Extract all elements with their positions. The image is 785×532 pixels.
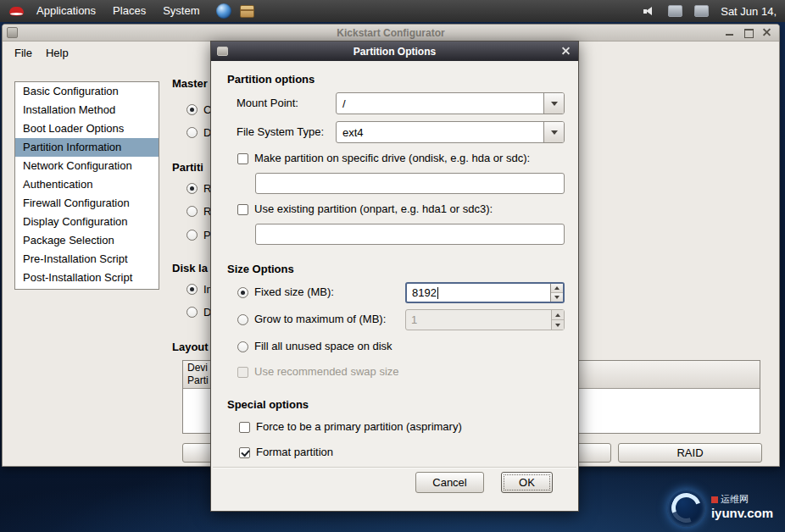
sidebar-item-basic-configuration[interactable]: Basic Configuration <box>15 82 159 101</box>
mount-point-combo[interactable]: / <box>336 92 565 114</box>
asprimary-label: Force to be a primary partition (asprima… <box>256 420 462 434</box>
mount-point-value: / <box>337 97 543 110</box>
format-partition-label: Format partition <box>256 446 333 459</box>
size-options-heading: Size Options <box>227 263 294 275</box>
sidebar-item-pre-installation-script[interactable]: Pre-Installation Script <box>15 250 159 269</box>
clock[interactable]: Sat Jun 14, <box>721 5 777 18</box>
mbr-section-heading: Master <box>172 77 208 90</box>
layout-section-heading: Layout <box>172 341 209 353</box>
distro-logo-icon[interactable] <box>8 5 25 18</box>
section-list: Basic Configuration Installation Method … <box>14 81 159 290</box>
ondisk-input[interactable] <box>255 173 565 194</box>
mbr-radio-2[interactable] <box>187 127 198 138</box>
spin-up-icon <box>552 310 564 320</box>
spin-up-icon[interactable] <box>551 284 563 293</box>
cancel-button[interactable]: Cancel <box>415 472 484 493</box>
fs-type-value: ext4 <box>337 126 543 139</box>
dialog-title: Partition Options <box>354 46 436 58</box>
display-applet-icon[interactable] <box>668 5 682 17</box>
disklabel-section-heading: Disk la <box>172 262 208 274</box>
fs-type-label: File System Type: <box>237 125 324 139</box>
grow-to-label: Grow to maximum of (MB): <box>254 313 386 326</box>
applications-menu[interactable]: Applications <box>28 0 104 22</box>
onpart-checkbox[interactable] <box>237 204 248 215</box>
partition-options-dialog: Partition Options Partition options Moun… <box>210 41 579 512</box>
partition-options-heading: Partition options <box>227 73 315 86</box>
help-menu[interactable]: Help <box>39 44 75 62</box>
dialog-close-icon[interactable] <box>560 46 571 57</box>
ondisk-label: Make partition on specific drive (ondisk… <box>254 152 530 165</box>
special-options-heading: Special options <box>227 398 309 411</box>
dialog-separator <box>213 467 576 468</box>
grow-to-value: 1 <box>411 313 417 326</box>
iyunv-logo-text: 运维网 iyunv.com <box>711 494 773 522</box>
partitions-radio-3[interactable] <box>187 230 198 241</box>
swap-size-label: Use recommended swap size <box>254 365 399 379</box>
grow-to-spinbox: 1 <box>405 309 565 330</box>
system-menu[interactable]: System <box>154 0 208 22</box>
fixed-size-label: Fixed size (MB): <box>254 285 334 299</box>
partitions-section-heading: Partiti <box>172 161 203 174</box>
window-title: Kickstart Configurator <box>337 27 444 39</box>
onpart-input[interactable] <box>255 224 565 245</box>
sidebar-item-post-installation-script[interactable]: Post-Installation Script <box>15 269 159 287</box>
close-icon[interactable] <box>761 27 772 38</box>
sidebar-item-package-selection[interactable]: Package Selection <box>15 231 159 250</box>
fixed-size-value: 8192 <box>412 286 437 299</box>
spin-down-icon <box>552 320 564 330</box>
format-partition-checkbox[interactable] <box>239 447 250 458</box>
notes-applet-icon[interactable] <box>694 5 709 17</box>
chevron-down-icon[interactable] <box>543 122 564 142</box>
fill-unused-radio[interactable] <box>237 341 248 352</box>
dialog-icon <box>217 47 228 56</box>
maximize-icon[interactable] <box>743 27 754 38</box>
raid-button[interactable]: RAID <box>618 443 762 463</box>
sidebar-item-installation-method[interactable]: Installation Method <box>15 101 159 119</box>
iyunv-logo-icon <box>667 489 705 527</box>
panel-tray: Sat Jun 14, <box>643 5 780 18</box>
iyunv-logo-cn: 运维网 <box>711 494 773 506</box>
top-panel: Applications Places System Sat Jun 14, <box>0 0 785 22</box>
spin-arrows <box>550 284 563 302</box>
fs-type-combo[interactable]: ext4 <box>336 121 565 143</box>
minimize-icon[interactable] <box>724 27 735 38</box>
sidebar-item-firewall-configuration[interactable]: Firewall Configuration <box>15 194 159 213</box>
disklabel-radio-1[interactable] <box>187 284 198 295</box>
browser-launcher-icon[interactable] <box>216 3 231 19</box>
chevron-down-icon[interactable] <box>543 93 564 114</box>
window-menu-icon[interactable] <box>7 27 18 38</box>
iyunv-watermark: 运维网 iyunv.com <box>667 489 773 527</box>
text-caret <box>437 287 438 299</box>
ok-button[interactable]: OK <box>501 472 553 493</box>
partitions-radio-2[interactable] <box>187 206 198 217</box>
swap-size-checkbox <box>237 367 248 378</box>
mount-point-label: Mount Point: <box>237 97 298 110</box>
onpart-label: Use existing partition (onpart, e.g. hda… <box>254 202 493 216</box>
disklabel-radio-2[interactable] <box>187 307 198 318</box>
volume-icon[interactable] <box>643 6 656 17</box>
file-menu[interactable]: File <box>8 44 39 62</box>
window-titlebar[interactable]: Kickstart Configurator <box>3 25 779 42</box>
iyunv-logo-en: iyunv.com <box>711 506 773 522</box>
package-launcher-icon[interactable] <box>240 5 254 18</box>
mbr-radio-1[interactable] <box>187 104 198 115</box>
window-controls <box>724 27 772 38</box>
sidebar-item-authentication[interactable]: Authentication <box>15 175 159 194</box>
ondisk-checkbox[interactable] <box>237 153 248 164</box>
fill-unused-label: Fill all unused space on disk <box>254 340 392 353</box>
sidebar-item-partition-information[interactable]: Partition Information <box>15 138 159 157</box>
grow-to-radio[interactable] <box>237 314 248 325</box>
places-menu[interactable]: Places <box>104 0 154 22</box>
sidebar-item-display-configuration[interactable]: Display Configuration <box>15 213 159 231</box>
fixed-size-spinbox[interactable]: 8192 <box>405 282 565 303</box>
dialog-titlebar[interactable]: Partition Options <box>211 42 578 61</box>
asprimary-checkbox[interactable] <box>239 422 250 433</box>
spin-arrows <box>551 310 564 330</box>
sidebar-item-boot-loader-options[interactable]: Boot Loader Options <box>15 119 159 138</box>
sidebar-item-network-configuration[interactable]: Network Configuration <box>15 157 159 175</box>
spin-down-icon[interactable] <box>551 293 563 302</box>
fixed-size-radio[interactable] <box>237 287 248 298</box>
partitions-radio-1[interactable] <box>187 183 198 194</box>
